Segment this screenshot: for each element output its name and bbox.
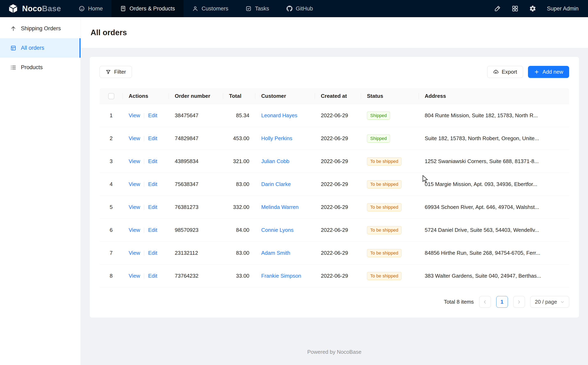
view-link[interactable]: View: [129, 158, 140, 164]
edit-link[interactable]: Edit: [148, 112, 157, 119]
page-1-button[interactable]: 1: [496, 296, 508, 308]
pagination: Total 8 items 1 20 / page: [100, 296, 569, 308]
table-row: 7 View Edit 23132112 83.00 Adam Smith 20…: [100, 242, 569, 265]
nav-item-github[interactable]: GitHub: [278, 0, 322, 17]
view-link[interactable]: View: [129, 250, 140, 256]
total-cell: 83.00: [223, 250, 255, 256]
created-at-cell: 2022-06-29: [315, 250, 361, 256]
export-button[interactable]: Export: [487, 66, 523, 78]
action-divider: [144, 113, 144, 118]
form-icon: [10, 45, 16, 51]
nocobase-logo-icon: [8, 3, 18, 14]
next-page-button[interactable]: [513, 296, 525, 308]
nav-item-label: GitHub: [296, 6, 313, 12]
settings-gear-icon[interactable]: [529, 5, 536, 12]
address-cell: Suite 182, 15783, North Robert, Oregon, …: [419, 135, 569, 141]
nocobase-logo[interactable]: NocoBase: [0, 0, 70, 17]
order-number-cell: 38475647: [169, 112, 223, 119]
row-actions: View Edit: [123, 204, 169, 210]
row-index: 4: [100, 181, 123, 187]
action-divider: [144, 205, 144, 210]
created-at-cell: 2022-06-29: [315, 112, 361, 119]
edit-link[interactable]: Edit: [148, 250, 157, 256]
page-size-select[interactable]: 20 / page: [530, 296, 569, 308]
export-button-label: Export: [502, 69, 517, 75]
customer-link[interactable]: Leonard Hayes: [261, 112, 297, 119]
customer-link[interactable]: Frankie Simpson: [261, 273, 301, 279]
table-body: 1 View Edit 38475647 85.34 Leonard Hayes…: [100, 104, 569, 288]
column-header-created-at: Created at: [315, 93, 361, 99]
order-number-cell: 23132112: [169, 250, 223, 256]
action-divider: [144, 159, 144, 164]
created-at-cell: 2022-06-29: [315, 135, 361, 141]
user-menu[interactable]: Super Admin: [547, 6, 579, 12]
action-divider: [144, 182, 144, 187]
view-link[interactable]: View: [129, 204, 140, 210]
view-link[interactable]: View: [129, 273, 140, 279]
created-at-cell: 2022-06-29: [315, 204, 361, 210]
edit-link[interactable]: Edit: [148, 158, 157, 164]
address-cell: 69934 Schoen River, Apt. 646, 49704, Wal…: [419, 204, 569, 210]
prev-page-button[interactable]: [479, 296, 491, 308]
column-header-total: Total: [223, 93, 255, 99]
sidebar-item-label: All orders: [21, 45, 44, 51]
edit-link[interactable]: Edit: [148, 135, 157, 141]
nav-item-label: Orders & Products: [130, 6, 175, 12]
nav-item-home[interactable]: Home: [70, 0, 111, 17]
address-cell: 1252 Swaniawski Corners, Suite 688, 8137…: [419, 158, 569, 164]
edit-link[interactable]: Edit: [148, 227, 157, 233]
action-divider: [144, 250, 144, 256]
nav-item-tasks[interactable]: Tasks: [237, 0, 278, 17]
view-link[interactable]: View: [129, 135, 140, 141]
customer-cell: Holly Perkins: [255, 135, 315, 141]
orders-card: Filter Export: [90, 57, 579, 317]
add-new-button-label: Add new: [543, 69, 563, 75]
row-actions: View Edit: [123, 250, 169, 256]
view-link[interactable]: View: [129, 181, 140, 187]
total-cell: 321.00: [223, 158, 255, 164]
status-cell: To be shipped: [361, 226, 419, 234]
powered-by-text: Powered by NocoBase: [307, 349, 361, 355]
total-cell: 33.00: [223, 273, 255, 279]
customer-link[interactable]: Holly Perkins: [261, 135, 292, 141]
status-cell: To be shipped: [361, 249, 419, 257]
customer-link[interactable]: Connie Lyons: [261, 227, 294, 233]
plus-icon: [534, 69, 539, 75]
nav-item-orders-products[interactable]: Orders & Products: [111, 0, 184, 17]
add-new-button[interactable]: Add new: [528, 66, 569, 78]
customer-link[interactable]: Darin Clarke: [261, 181, 291, 187]
filter-button[interactable]: Filter: [100, 66, 132, 78]
sidebar-item-products[interactable]: Products: [0, 58, 80, 77]
sidebar-item-shipping-orders[interactable]: Shipping Orders: [0, 19, 80, 38]
row-actions: View Edit: [123, 135, 169, 141]
customer-link[interactable]: Adam Smith: [261, 250, 290, 256]
status-badge: To be shipped: [367, 249, 402, 257]
row-index: 3: [100, 158, 123, 164]
column-header-customer: Customer: [255, 93, 315, 99]
sidebar-item-all-orders[interactable]: All orders: [0, 38, 80, 58]
table-row: 1 View Edit 38475647 85.34 Leonard Hayes…: [100, 104, 569, 127]
arrow-up-icon: [10, 26, 16, 32]
edit-link[interactable]: Edit: [148, 204, 157, 210]
customer-link[interactable]: Melinda Warren: [261, 204, 299, 210]
edit-link[interactable]: Edit: [148, 273, 157, 279]
total-cell: 453.00: [223, 135, 255, 141]
plugin-blocks-icon[interactable]: [512, 5, 519, 12]
chevron-down-icon: [560, 300, 565, 304]
table-row: 3 View Edit 43895834 321.00 Julian Cobb …: [100, 150, 569, 173]
address-cell: 383 Walter Gardens, Suite 040, 24947, Be…: [419, 273, 569, 279]
nav-item-customers[interactable]: Customers: [184, 0, 237, 17]
edit-link[interactable]: Edit: [148, 181, 157, 187]
table-row: 6 View Edit 98570923 84.00 Connie Lyons …: [100, 219, 569, 242]
view-link[interactable]: View: [129, 227, 140, 233]
home-icon: [79, 6, 85, 12]
customer-link[interactable]: Julian Cobb: [261, 158, 289, 164]
address-cell: 804 Runte Mission, Suite 182, 15783, Nor…: [419, 112, 569, 119]
address-cell: 5724 Daniel Drive, Suite 563, 54403, Wen…: [419, 227, 569, 233]
export-cloud-download-icon: [493, 69, 499, 75]
select-all-checkbox[interactable]: [108, 93, 114, 99]
view-link[interactable]: View: [129, 112, 140, 119]
address-cell: 015 Margie Mission, Apt. 093, 34936, Ebe…: [419, 181, 569, 187]
design-mode-pen-icon[interactable]: [494, 5, 501, 12]
order-number-cell: 76381273: [169, 204, 223, 210]
